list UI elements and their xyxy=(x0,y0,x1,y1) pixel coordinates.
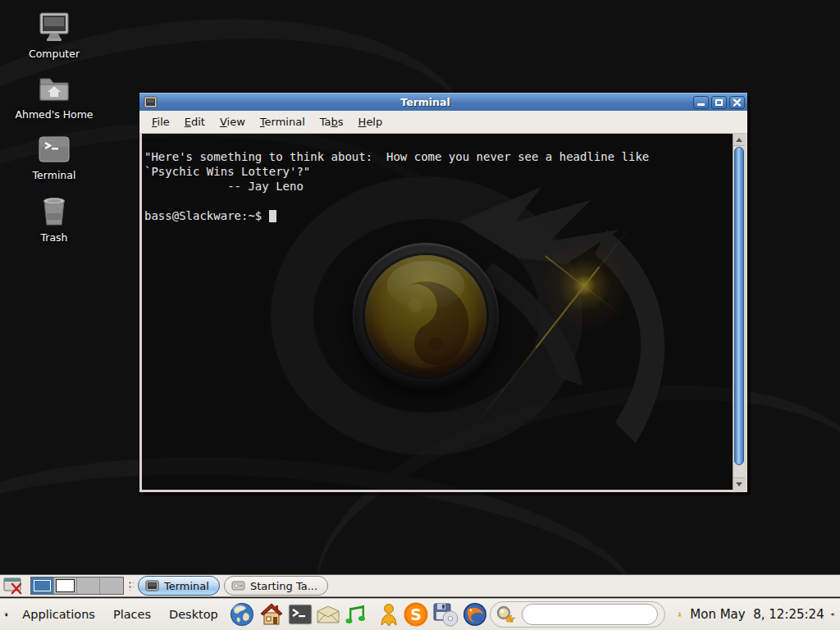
titlebar[interactable]: Terminal xyxy=(139,93,747,111)
desktop-icon-terminal[interactable]: Terminal xyxy=(5,135,103,181)
workspace-4[interactable] xyxy=(100,578,123,594)
mail-launcher[interactable] xyxy=(316,604,340,625)
terminal-launcher-icon xyxy=(288,603,313,626)
search-input[interactable] xyxy=(522,604,658,625)
task-label: Terminal xyxy=(164,580,209,592)
taskbar: Terminal Starting Ta... xyxy=(0,574,840,597)
window-title: Terminal xyxy=(158,96,693,108)
applet-handle[interactable] xyxy=(669,609,671,619)
computer-icon xyxy=(36,11,72,44)
home-folder-icon xyxy=(35,72,73,105)
close-icon xyxy=(733,98,742,107)
minimize-button[interactable] xyxy=(693,96,709,109)
arrow-up-icon xyxy=(736,138,742,142)
shell-prompt: bass@Slackware:~$ xyxy=(144,209,269,222)
show-desktop-icon[interactable] xyxy=(2,576,25,596)
menu-tabs[interactable]: Tabs xyxy=(313,112,351,131)
maximize-button[interactable] xyxy=(711,96,727,109)
task-starting-icon xyxy=(231,581,245,591)
terminal-line: -- Jay Leno xyxy=(144,179,728,194)
terminal-line xyxy=(144,194,728,208)
workspace-switcher[interactable] xyxy=(30,577,124,595)
menubar: File Edit View Terminal Tabs Help xyxy=(139,111,747,134)
thunderbird-icon xyxy=(462,601,488,628)
envelope-icon xyxy=(316,604,340,625)
home-launcher[interactable] xyxy=(258,601,285,628)
task-button-starting[interactable]: Starting Ta... xyxy=(224,576,328,596)
terminal-line: "Here's something to think about: How co… xyxy=(144,149,728,164)
menu-applications[interactable]: Applications xyxy=(13,608,104,621)
volume-icon[interactable] xyxy=(831,605,835,623)
messenger-launcher[interactable] xyxy=(378,602,399,627)
desktop: Computer Ahmed's Home Terminal Trash xyxy=(0,0,840,630)
bottom-panel: Applications Places Desktop xyxy=(0,598,840,630)
desktop-icon-label: Ahmed's Home xyxy=(5,108,103,121)
music-launcher[interactable] xyxy=(344,603,368,626)
media-launcher[interactable] xyxy=(432,602,459,627)
desktop-icon-label: Terminal xyxy=(5,169,103,181)
terminal-icon xyxy=(36,135,72,166)
scroll-up-button[interactable] xyxy=(733,134,745,146)
scrollbar-thumb[interactable] xyxy=(734,147,744,465)
scroll-down-button[interactable] xyxy=(733,477,745,490)
workspace-2[interactable] xyxy=(54,578,77,594)
search-icon xyxy=(495,605,517,624)
desktop-icon-trash[interactable]: Trash xyxy=(5,195,103,244)
globe-icon xyxy=(229,601,255,628)
menu-help[interactable]: Help xyxy=(351,112,390,131)
scrollbar[interactable] xyxy=(733,134,745,490)
menu-view[interactable]: View xyxy=(212,112,253,131)
menu-edit[interactable]: Edit xyxy=(177,112,212,131)
menu-terminal[interactable]: Terminal xyxy=(253,112,313,131)
svg-text:S: S xyxy=(410,605,422,623)
task-terminal-icon xyxy=(145,580,159,591)
skype-icon: S xyxy=(403,601,429,628)
prompt-line: bass@Slackware:~$ xyxy=(144,208,728,223)
terminal-launcher[interactable] xyxy=(288,603,313,626)
menu-file[interactable]: File xyxy=(144,112,177,131)
house-icon xyxy=(258,601,285,628)
deskbar-search xyxy=(490,601,665,628)
menu-desktop[interactable]: Desktop xyxy=(160,608,227,621)
gnome-menu-icon[interactable] xyxy=(4,604,8,625)
terminal-line: `Psychic Wins Lottery'?" xyxy=(144,164,728,179)
terminal-window: Terminal File Edit View Terminal Tabs He… xyxy=(139,93,747,492)
task-button-terminal[interactable]: Terminal xyxy=(138,576,220,596)
clock[interactable]: Mon May 8, 12:25:24 xyxy=(690,607,824,622)
music-notes-icon xyxy=(344,603,368,626)
arrow-down-icon xyxy=(736,482,742,486)
trash-icon xyxy=(38,195,71,228)
desktop-icon-computer[interactable]: Computer xyxy=(5,11,103,60)
window-terminal-icon xyxy=(144,96,158,108)
terminal-text: "Here's something to think about: How co… xyxy=(144,149,728,223)
desktop-icon-home[interactable]: Ahmed's Home xyxy=(5,72,103,121)
browser-launcher[interactable] xyxy=(229,601,255,628)
buddy-icon xyxy=(378,602,399,627)
applet-handle[interactable] xyxy=(128,581,134,591)
floppy-cd-icon xyxy=(432,602,459,627)
workspace-1[interactable] xyxy=(31,578,54,594)
close-button[interactable] xyxy=(729,96,745,109)
workspace-3[interactable] xyxy=(77,578,100,594)
menu-places[interactable]: Places xyxy=(104,608,160,621)
task-label: Starting Ta... xyxy=(250,580,317,592)
skype-launcher[interactable]: S xyxy=(403,601,429,628)
user-switch-icon[interactable] xyxy=(678,604,682,625)
terminal-cursor xyxy=(269,210,276,222)
desktop-icon-label: Trash xyxy=(5,231,103,244)
thunderbird-launcher[interactable] xyxy=(462,601,488,628)
desktop-icon-label: Computer xyxy=(5,48,103,60)
terminal-content[interactable]: "Here's something to think about: How co… xyxy=(139,134,747,492)
